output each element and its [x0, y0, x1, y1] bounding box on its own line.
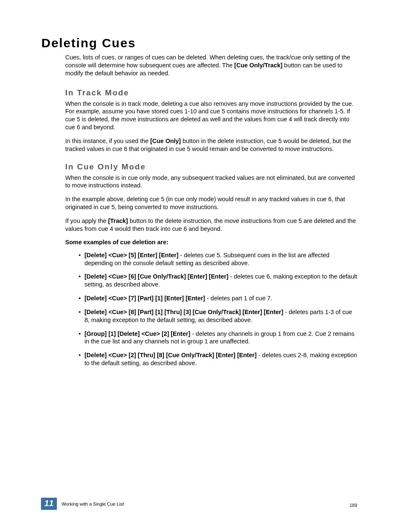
track-p2: In this instance, if you used the [Cue O… — [65, 137, 357, 153]
example-command: [Delete] <Cue> [6] [Cue Only/Track] [Ent… — [84, 273, 228, 280]
track-p1: When the console is in track mode, delet… — [65, 100, 357, 131]
list-item: [Delete] <Cue> [8] [Part] [1] [Thru] [3]… — [79, 308, 357, 324]
page: Deleting Cues Cues, lists of cues, or ra… — [0, 0, 399, 532]
section-track-mode: In Track Mode When the console is in tra… — [65, 88, 357, 153]
example-command: [Delete] <Cue> [2] [Thru] [8] [Cue Only/… — [84, 352, 257, 358]
example-command: [Delete] <Cue> [5] [Enter] [Enter] — [84, 252, 179, 258]
example-command: [Delete] <Cue> [8] [Part] [1] [Thru] [3]… — [84, 309, 283, 315]
list-item: [Delete] <Cue> [5] [Enter] [Enter] - del… — [79, 251, 357, 267]
chapter-number-badge: 11 — [41, 498, 57, 510]
track-p2-cueonly-button-label: [Cue Only] — [150, 138, 181, 144]
list-item: [Delete] <Cue> [6] [Cue Only/Track] [Ent… — [79, 273, 357, 289]
cueonly-p3: If you apply the [Track] button to the d… — [65, 217, 357, 233]
example-command: [Group] [1] [Delete] <Cue> [2] [Enter] — [84, 330, 190, 337]
example-desc: - deletes part 1 of cue 7. — [205, 295, 272, 302]
track-p2-a: In this instance, if you used the — [65, 138, 150, 144]
intro-paragraph: Cues, lists of cues, or ranges of cues c… — [65, 54, 357, 77]
examples-heading: Some examples of cue deletion are: — [65, 239, 357, 246]
chapter-title: Working with a Single Cue List — [61, 501, 124, 506]
cueonly-p1: When the console is in cue only mode, an… — [65, 174, 357, 190]
page-title: Deleting Cues — [41, 36, 357, 50]
example-command: [Delete] <Cue> [7] [Part] [1] [Enter] [E… — [84, 295, 205, 302]
list-item: [Group] [1] [Delete] <Cue> [2] [Enter] -… — [79, 330, 357, 346]
page-footer: 11 Working with a Single Cue List 189 — [41, 498, 357, 510]
examples-list: [Delete] <Cue> [5] [Enter] [Enter] - del… — [65, 251, 357, 367]
cueonly-p3-track-button-label: [Track] — [108, 217, 128, 224]
page-number: 189 — [350, 503, 357, 508]
list-item: [Delete] <Cue> [2] [Thru] [8] [Cue Only/… — [79, 351, 357, 367]
section-cue-only-mode: In Cue Only Mode When the console is in … — [65, 162, 357, 367]
cueonly-p2: In the example above, deleting cue 5 (in… — [65, 195, 357, 211]
intro-cueonlytrack-button-label: [Cue Only/Track] — [234, 62, 282, 69]
list-item: [Delete] <Cue> [7] [Part] [1] [Enter] [E… — [79, 294, 357, 302]
cueonly-p3-a: If you apply the — [65, 217, 108, 224]
heading-track-mode: In Track Mode — [65, 88, 357, 97]
heading-cue-only-mode: In Cue Only Mode — [65, 162, 357, 171]
